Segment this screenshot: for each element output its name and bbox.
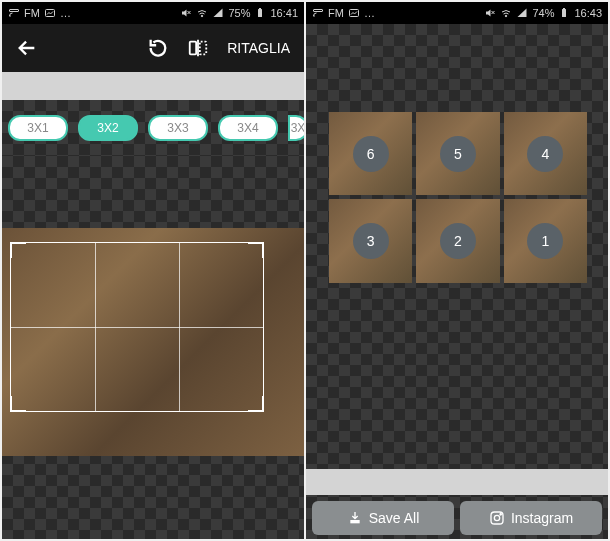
battery-percent: 75% [228,7,250,19]
option-3x1[interactable]: 3X1 [8,115,68,141]
tile[interactable]: 3 [329,199,412,282]
svg-rect-7 [259,8,261,9]
crop-screen: FM … 75% 16:41 [2,2,304,539]
tile-number: 1 [527,223,563,259]
tile-number: 6 [353,136,389,172]
signal-icon [212,7,224,19]
crop-handle-tl[interactable] [10,242,26,258]
tile-number: 3 [353,223,389,259]
fm-label: FM [328,7,344,19]
rotate-icon[interactable] [147,37,169,59]
tile[interactable]: 6 [329,112,412,195]
svg-rect-6 [258,9,262,17]
tile-number: 2 [440,223,476,259]
crop-preview-area [2,156,304,539]
download-icon [347,510,363,526]
clock: 16:41 [270,7,298,19]
option-3x2[interactable]: 3X2 [78,115,138,141]
image-icon [44,7,56,19]
tile-number: 5 [440,136,476,172]
action-row: Save All Instagram [306,497,608,539]
crop-handle-bl[interactable] [10,396,26,412]
crop-toolbar: RITAGLIA [2,24,304,72]
tile[interactable]: 4 [504,112,587,195]
image-canvas[interactable] [2,228,304,456]
option-3x4[interactable]: 3X4 [218,115,278,141]
svg-rect-11 [314,10,323,12]
tiles-area: 6 5 4 3 2 1 Save All Instagram [306,24,608,539]
back-icon[interactable] [16,37,38,59]
tile-grid: 6 5 4 3 2 1 [329,112,587,283]
svg-rect-9 [200,42,206,55]
option-more[interactable]: 3X [288,115,304,141]
crop-handle-br[interactable] [248,396,264,412]
svg-point-1 [9,15,11,17]
wifi-icon [500,7,512,19]
filter-strip [2,72,304,100]
battery-icon [254,7,266,19]
cast-icon [8,7,20,19]
signal-icon [516,7,528,19]
svg-rect-19 [350,520,359,523]
tile[interactable]: 5 [416,112,499,195]
svg-rect-0 [10,10,19,12]
battery-percent: 74% [532,7,554,19]
svg-point-22 [500,514,501,515]
svg-point-5 [202,15,204,17]
crop-frame[interactable] [10,242,264,412]
save-all-button[interactable]: Save All [312,501,454,535]
status-bar: FM … 75% 16:41 [2,2,304,24]
instagram-icon [489,510,505,526]
option-3x3[interactable]: 3X3 [148,115,208,141]
svg-point-16 [506,15,508,17]
spacer-strip [306,469,608,495]
instagram-button[interactable]: Instagram [460,501,602,535]
mute-icon [180,7,192,19]
instagram-label: Instagram [511,510,573,526]
grid-options: 3X1 3X2 3X3 3X4 3X [2,100,304,156]
tile[interactable]: 1 [504,199,587,282]
result-screen: FM … 74% 16:43 6 5 4 [306,2,608,539]
svg-rect-17 [562,9,566,17]
svg-point-21 [494,515,499,520]
tile[interactable]: 2 [416,199,499,282]
flip-icon[interactable] [187,37,209,59]
battery-icon [558,7,570,19]
fm-label: FM [24,7,40,19]
wifi-icon [196,7,208,19]
save-label: Save All [369,510,420,526]
svg-rect-18 [563,8,565,9]
mute-icon [484,7,496,19]
svg-rect-8 [190,42,196,55]
clock: 16:43 [574,7,602,19]
tile-number: 4 [527,136,563,172]
status-bar: FM … 74% 16:43 [306,2,608,24]
crop-handle-tr[interactable] [248,242,264,258]
image-icon [348,7,360,19]
svg-point-12 [313,15,315,17]
cast-icon [312,7,324,19]
crop-button[interactable]: RITAGLIA [227,40,290,56]
